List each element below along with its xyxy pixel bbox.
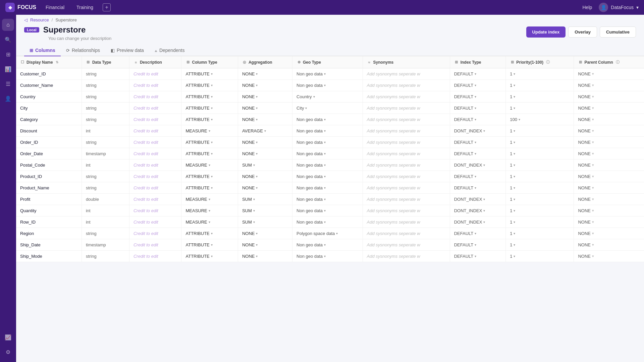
priority-dropdown-arrow[interactable]: ▾ [514, 197, 515, 201]
aggregation-dropdown-arrow[interactable]: ▾ [256, 243, 258, 247]
geo-type-dropdown-arrow[interactable]: ▾ [324, 129, 326, 133]
cell-geo-type[interactable]: Non geo data ▾ [292, 194, 363, 205]
column-type-dropdown-arrow[interactable]: ▾ [211, 140, 213, 144]
index-type-dropdown-arrow[interactable]: ▾ [483, 220, 485, 224]
cell-description[interactable]: Credit to edit [129, 239, 181, 251]
cell-aggregation[interactable]: NONE ▾ [238, 103, 292, 114]
parent-column-expand-arrow[interactable]: ▾ [592, 83, 594, 87]
index-type-dropdown-arrow[interactable]: ▾ [483, 129, 485, 133]
cell-column-type[interactable]: MEASURE ▾ [181, 205, 238, 217]
cell-synonyms[interactable]: Add sysnonyms seperate w [363, 125, 450, 137]
tab-relationships[interactable]: ⟳ Relationships [61, 45, 105, 56]
aggregation-dropdown-arrow[interactable]: ▾ [256, 95, 258, 99]
cell-column-type[interactable]: MEASURE ▾ [181, 194, 238, 205]
cell-index-type[interactable]: DEFAULT ▾ [450, 114, 506, 125]
cell-description[interactable]: Credit to edit [129, 251, 181, 262]
priority-dropdown-arrow[interactable]: ▾ [514, 106, 515, 110]
cell-index-type[interactable]: DONT_INDEX ▾ [450, 194, 506, 205]
cell-description[interactable]: Credit to edit [129, 217, 181, 228]
priority-dropdown-arrow[interactable]: ▾ [514, 209, 515, 213]
parent-column-expand-arrow[interactable]: ▾ [592, 243, 594, 247]
cell-geo-type[interactable]: City ▾ [292, 103, 363, 114]
parent-column-expand-arrow[interactable]: ▾ [592, 152, 594, 156]
geo-type-dropdown-arrow[interactable]: ▾ [324, 175, 326, 178]
cell-index-type[interactable]: DEFAULT ▾ [450, 228, 506, 239]
user-dropdown-arrow[interactable]: ▾ [636, 5, 639, 10]
cell-geo-type[interactable]: Non geo data ▾ [292, 171, 363, 182]
geo-type-dropdown-arrow[interactable]: ▾ [324, 243, 326, 247]
help-link[interactable]: Help [583, 5, 592, 10]
parent-column-expand-arrow[interactable]: ▾ [592, 186, 594, 190]
cell-index-type[interactable]: DEFAULT ▾ [450, 68, 506, 80]
cell-index-type[interactable]: DONT_INDEX ▾ [450, 160, 506, 171]
priority-dropdown-arrow[interactable]: ▾ [514, 140, 515, 144]
column-type-dropdown-arrow[interactable]: ▾ [209, 197, 210, 201]
parent-column-expand-arrow[interactable]: ▾ [592, 220, 594, 224]
parent-column-info-icon[interactable]: ⓘ [616, 60, 620, 65]
aggregation-dropdown-arrow[interactable]: ▾ [253, 163, 255, 167]
priority-dropdown-arrow[interactable]: ▾ [514, 152, 515, 156]
index-type-dropdown-arrow[interactable]: ▾ [475, 243, 476, 247]
cell-column-type[interactable]: ATTRIBUTE ▾ [181, 171, 238, 182]
cell-column-type[interactable]: ATTRIBUTE ▾ [181, 148, 238, 160]
cell-geo-type[interactable]: Non geo data ▾ [292, 68, 363, 80]
cell-column-type[interactable]: MEASURE ▾ [181, 160, 238, 171]
add-tab-button[interactable]: + [103, 3, 111, 11]
priority-dropdown-arrow[interactable]: ▾ [514, 129, 515, 133]
parent-column-expand-arrow[interactable]: ▾ [592, 72, 594, 76]
cell-description[interactable]: Credit to edit [129, 91, 181, 103]
parent-column-expand-arrow[interactable]: ▾ [592, 174, 594, 179]
nav-training[interactable]: Training [74, 3, 96, 11]
cell-synonyms[interactable]: Add sysnonyms seperate w [363, 217, 450, 228]
nav-financial[interactable]: Financial [43, 3, 67, 11]
cell-description[interactable]: Credit to edit [129, 125, 181, 137]
cell-description[interactable]: Credit to edit [129, 182, 181, 194]
tab-columns[interactable]: ⊞ Columns [24, 45, 61, 56]
aggregation-dropdown-arrow[interactable]: ▾ [256, 140, 258, 144]
sidebar-grid[interactable]: ⊞ [2, 48, 14, 60]
parent-column-expand-arrow[interactable]: ▾ [592, 140, 594, 144]
cell-description[interactable]: Credit to edit [129, 194, 181, 205]
app-logo[interactable]: ◈ FOCUS [5, 3, 36, 12]
cell-synonyms[interactable]: Add sysnonyms seperate w [363, 68, 450, 80]
column-type-dropdown-arrow[interactable]: ▾ [211, 175, 213, 178]
cell-aggregation[interactable]: NONE ▾ [238, 114, 292, 125]
cell-aggregation[interactable]: NONE ▾ [238, 80, 292, 91]
cell-synonyms[interactable]: Add sysnonyms seperate w [363, 205, 450, 217]
cell-description[interactable]: Credit to edit [129, 80, 181, 91]
column-type-dropdown-arrow[interactable]: ▾ [211, 243, 213, 247]
parent-column-expand-arrow[interactable]: ▾ [592, 231, 594, 236]
cell-index-type[interactable]: DEFAULT ▾ [450, 171, 506, 182]
column-type-dropdown-arrow[interactable]: ▾ [211, 186, 213, 190]
priority-info-icon[interactable]: ⓘ [546, 60, 550, 65]
cell-synonyms[interactable]: Add sysnonyms seperate w [363, 80, 450, 91]
cell-index-type[interactable]: DONT_INDEX ▾ [450, 217, 506, 228]
column-type-dropdown-arrow[interactable]: ▾ [211, 254, 213, 258]
index-type-dropdown-arrow[interactable]: ▾ [475, 140, 476, 144]
index-type-dropdown-arrow[interactable]: ▾ [475, 95, 476, 99]
cell-index-type[interactable]: DONT_INDEX ▾ [450, 205, 506, 217]
priority-dropdown-arrow[interactable]: ▾ [514, 254, 515, 258]
index-type-dropdown-arrow[interactable]: ▾ [475, 118, 476, 121]
geo-type-dropdown-arrow[interactable]: ▾ [324, 118, 326, 121]
geo-type-dropdown-arrow[interactable]: ▾ [324, 209, 326, 213]
geo-type-dropdown-arrow[interactable]: ▾ [324, 140, 326, 144]
priority-dropdown-arrow[interactable]: ▾ [519, 118, 520, 121]
column-type-dropdown-arrow[interactable]: ▾ [209, 129, 210, 133]
cell-aggregation[interactable]: NONE ▾ [238, 239, 292, 251]
cell-index-type[interactable]: DEFAULT ▾ [450, 239, 506, 251]
aggregation-dropdown-arrow[interactable]: ▾ [256, 152, 258, 156]
geo-type-dropdown-arrow[interactable]: ▾ [324, 72, 326, 76]
cell-index-type[interactable]: DEFAULT ▾ [450, 80, 506, 91]
cell-index-type[interactable]: DEFAULT ▾ [450, 137, 506, 148]
column-type-dropdown-arrow[interactable]: ▾ [209, 163, 210, 167]
cell-aggregation[interactable]: NONE ▾ [238, 148, 292, 160]
cell-geo-type[interactable]: Non geo data ▾ [292, 251, 363, 262]
index-type-dropdown-arrow[interactable]: ▾ [483, 163, 485, 167]
geo-type-dropdown-arrow[interactable]: ▾ [324, 197, 326, 201]
cell-synonyms[interactable]: Add sysnonyms seperate w [363, 103, 450, 114]
cell-aggregation[interactable]: SUM ▾ [238, 160, 292, 171]
cell-aggregation[interactable]: NONE ▾ [238, 251, 292, 262]
aggregation-dropdown-arrow[interactable]: ▾ [256, 175, 258, 178]
priority-dropdown-arrow[interactable]: ▾ [514, 232, 515, 235]
